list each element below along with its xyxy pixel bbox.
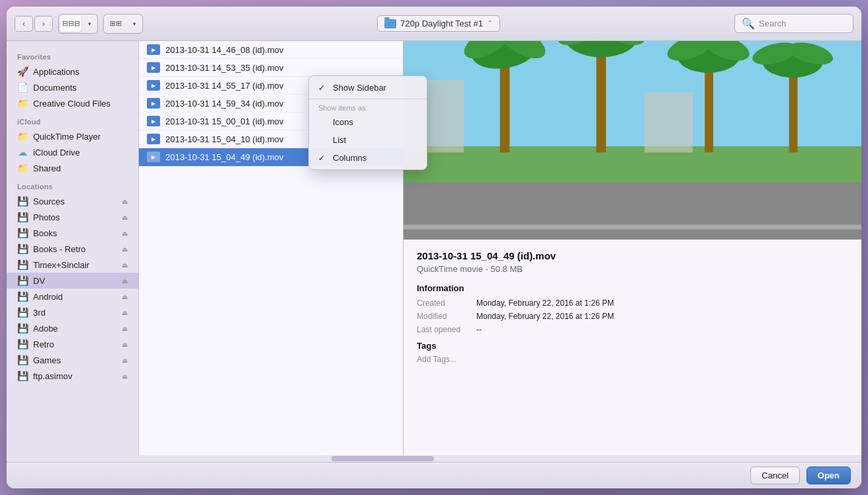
search-input[interactable] [759,19,851,28]
sidebar-item-label: Adobe [33,324,58,334]
tags-section: Tags Add Tags... [417,341,848,364]
view-grid-dropdown-arrow[interactable]: ▾ [128,16,141,32]
menu-item-icons[interactable]: Icons [309,113,427,131]
sidebar-item-books[interactable]: 💾 Books ⏏ [7,225,138,241]
adobe-icon: 💾 [17,323,28,334]
dropdown-menu: ✓ Show Sidebar Show items as: Icons List… [308,75,427,170]
sidebar-item-label: DV [33,276,45,286]
shared-icon: 📁 [17,163,28,173]
sidebar-item-games[interactable]: 💾 Games ⏏ [7,352,138,368]
locations-label: Locations [7,176,138,193]
sidebar-item-label: Games [33,355,61,365]
location-name: 720p Daylight Test #1 [400,19,483,28]
file-icon: ▶ [147,116,160,126]
back-button[interactable]: ‹ [15,16,33,32]
thumbnail-image [404,41,861,240]
android-icon: 💾 [17,291,28,302]
icloud-label: iCloud [7,111,138,128]
eject-icon-timex: ⏏ [122,261,128,269]
eject-icon-books: ⏏ [122,230,128,237]
menu-item-columns[interactable]: ✓ Columns [309,149,427,167]
file-name: 2013-10-31 14_46_08 (id).mov [165,45,284,55]
menu-item-list[interactable]: List [309,131,427,149]
last-opened-label: Last opened [417,325,476,334]
photos-icon: 💾 [17,212,28,222]
applications-icon: 🚀 [17,66,28,77]
eject-icon-games: ⏏ [122,357,128,364]
sidebar-item-label: Timex+Sinclair [33,260,89,270]
last-opened-value: -- [476,325,848,334]
menu-item-label: Columns [333,153,367,163]
preview-info: 2013-10-31 15_04_49 (id).mov QuickTime m… [404,240,861,375]
cancel-button[interactable]: Cancel [750,467,799,484]
file-name: 2013-10-31 15_00_01 (id).mov [165,116,284,126]
file-icon: ▶ [147,80,160,91]
horizontal-scrollbar[interactable] [7,455,861,462]
sidebar-item-retro[interactable]: 💾 Retro ⏏ [7,336,138,352]
eject-icon-dv: ⏏ [122,277,128,285]
check-icon-show-sidebar: ✓ [318,83,327,93]
file-name: 2013-10-31 14_59_34 (id).mov [165,99,284,109]
view-dropdown-arrow[interactable]: ▾ [83,16,96,32]
forward-button[interactable]: › [34,16,53,32]
games-icon: 💾 [17,355,28,365]
3rd-icon: 💾 [17,307,28,318]
sidebar-item-label: Sources [33,197,65,206]
created-value: Monday, February 22, 2016 at 1:26 PM [476,298,848,308]
bottom-bar: Cancel Open [7,462,861,488]
sidebar-item-ftp-asimov[interactable]: 💾 ftp.asimov ⏏ [7,368,138,384]
preview-subtitle: QuickTime movie - 50.8 MB [417,264,848,274]
menu-divider [309,99,427,99]
sidebar-item-timex-sinclair[interactable]: 💾 Timex+Sinclair ⏏ [7,257,138,273]
search-icon: 🔍 [742,17,755,30]
sidebar-item-label: Documents [33,83,77,93]
file-icon-selected: ▶ [147,152,160,162]
sidebar-item-icloud-drive[interactable]: ☁ iCloud Drive [7,144,138,160]
eject-icon-android: ⏏ [122,293,128,300]
finder-window: ‹ › ⊟⊟⊟ ▾ ⊞⊞ ▾ 720p Daylight Test #1 ⌃ 🔍 [7,7,861,488]
check-icon-columns: ✓ [318,154,327,163]
svg-rect-11 [596,44,606,152]
sidebar-item-adobe[interactable]: 💾 Adobe ⏏ [7,320,138,336]
file-name: 2013-10-31 14_53_35 (id).mov [165,63,284,73]
sidebar-item-applications[interactable]: 🚀 Applications [7,64,138,79]
sidebar-item-quicktime[interactable]: 📁 QuickTime Player [7,128,138,144]
search-bar[interactable]: 🔍 [734,14,853,33]
eject-icon-3rd: ⏏ [122,309,128,316]
sidebar-item-android[interactable]: 💾 Android ⏏ [7,289,138,304]
modified-label: Modified [417,312,476,321]
sidebar-item-books-retro[interactable]: 💾 Books - Retro ⏏ [7,241,138,257]
sidebar-item-sources[interactable]: 💾 Sources ⏏ [7,193,138,209]
sidebar-item-shared[interactable]: 📁 Shared [7,160,138,176]
menu-item-show-sidebar[interactable]: ✓ Show Sidebar [309,79,427,97]
sidebar-item-label: ftp.asimov [33,371,72,381]
view-column-button[interactable]: ⊟⊟⊟ [60,16,81,32]
preview-pane: 2013-10-31 15_04_49 (id).mov QuickTime m… [404,41,861,455]
location-bar: 720p Daylight Test #1 ⌃ [148,15,729,32]
folder-icon [384,19,396,28]
file-name: 2013-10-31 14_55_17 (id).mov [165,81,284,91]
dv-icon: 💾 [17,275,28,286]
view-grid-button[interactable]: ⊞⊞ [105,16,126,32]
info-section-label: Information [417,283,848,293]
sidebar-item-3rd[interactable]: 💾 3rd ⏏ [7,304,138,320]
file-row[interactable]: ▶ 2013-10-31 14_46_08 (id).mov [139,41,403,59]
svg-rect-5 [404,224,861,229]
sidebar-item-dv[interactable]: 💾 DV ⏏ [7,273,138,289]
preview-filename: 2013-10-31 15_04_49 (id).mov [417,250,848,261]
sidebar: Favorites 🚀 Applications 📄 Documents 📁 C… [7,41,139,455]
open-button[interactable]: Open [806,467,851,484]
sidebar-item-photos[interactable]: 💾 Photos ⏏ [7,209,138,225]
location-pill[interactable]: 720p Daylight Test #1 ⌃ [377,15,500,32]
svg-rect-15 [705,62,713,153]
eject-icon-adobe: ⏏ [122,325,128,332]
created-label: Created [417,298,476,308]
scroll-thumb[interactable] [331,456,434,461]
add-tags-input[interactable]: Add Tags... [417,355,848,364]
sidebar-item-creative-cloud[interactable]: 📁 Creative Cloud Files [7,95,138,111]
svg-rect-19 [789,68,798,152]
sidebar-item-documents[interactable]: 📄 Documents [7,79,138,95]
icloud-drive-icon: ☁ [17,147,28,158]
menu-item-label: Show Sidebar [333,83,386,93]
file-row[interactable]: ▶ 2013-10-31 14_53_35 (id).mov [139,59,403,77]
